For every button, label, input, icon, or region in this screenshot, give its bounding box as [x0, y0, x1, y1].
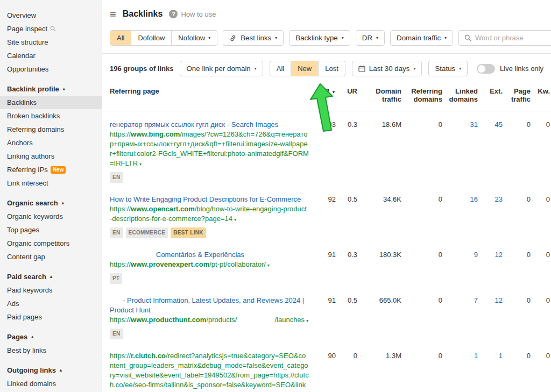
segment-all[interactable]: All	[110, 31, 131, 45]
column-kw[interactable]: Kw.	[531, 87, 550, 103]
sidebar-section-paid-search[interactable]: Paid search ▲	[0, 270, 102, 283]
referring-page-url[interactable]: https://www.bing.com/images/?cw=1263&ch=…	[110, 130, 309, 169]
referring-page-title[interactable]: - Product Information, Latest Updates, a…	[110, 296, 309, 315]
referring-page-title[interactable]: How to Write Engaging Product Descriptio…	[110, 195, 309, 204]
page-traffic-value: 0	[503, 250, 531, 284]
date-range-button[interactable]: Last 30 days ▾	[352, 61, 422, 76]
column-referring-page[interactable]: Referring page	[110, 87, 316, 103]
sidebar-item-paid-keywords[interactable]: Paid keywords	[0, 283, 102, 297]
link-icon	[229, 34, 237, 42]
linked-domains-value[interactable]: 9	[442, 250, 478, 284]
url-path: /launches	[274, 316, 305, 324]
search-input[interactable]	[475, 34, 546, 42]
url-domain: www.opencart.com	[131, 205, 195, 213]
segment-nofollow[interactable]: Nofollow ▾	[172, 31, 217, 45]
backlink-type-button[interactable]: Backlink type ▾	[289, 30, 350, 46]
column-page-traffic[interactable]: Page traffic	[503, 87, 531, 103]
linked-domains-value[interactable]: 16	[442, 195, 478, 238]
sidebar-section-pages[interactable]: Pages ▲	[0, 330, 102, 344]
results-toolbar: 196 groups of links One link per domain …	[102, 54, 551, 83]
linked-domains-value[interactable]: 31	[442, 120, 478, 183]
column-ext[interactable]: Ext.	[478, 87, 503, 103]
menu-icon[interactable]: ≡	[110, 9, 116, 19]
sidebar-item-label: Content gap	[7, 250, 45, 263]
referring-page-title[interactable]: генератор прямых ссылок гугл диск - Sear…	[110, 120, 309, 130]
sidebar-item-top-pages[interactable]: Top pages	[0, 223, 102, 237]
live-links-label: Live links only	[500, 65, 543, 73]
live-links-group: Live links only	[477, 64, 543, 74]
column-label: DR	[320, 87, 330, 95]
sidebar-item-calendar[interactable]: Calendar	[0, 49, 102, 62]
sidebar-item-organic-keywords[interactable]: Organic keywords	[0, 210, 102, 223]
segment-label: New	[298, 61, 312, 76]
group-mode-button[interactable]: One link per domain ▾	[180, 61, 263, 76]
referring-page-url[interactable]: https://r.clutch.co/redirect?analyticsjs…	[110, 351, 309, 392]
sidebar-item-ads[interactable]: Ads	[0, 297, 102, 310]
group-mode-label: One link per domain	[186, 65, 250, 73]
sidebar-section-outgoing-links[interactable]: Outgoing links ▲	[0, 364, 102, 377]
sidebar-item-opportunities[interactable]: Opportunities	[0, 62, 102, 76]
groups-count: 196 groups of links	[110, 65, 173, 73]
segment-new-links[interactable]: New	[291, 61, 319, 76]
sidebar-item-link-intersect[interactable]: Link intersect	[0, 176, 102, 190]
sidebar-item-label: Linking authors	[7, 149, 54, 163]
sidebar-item-broken-backlinks[interactable]: Broken backlinks	[0, 109, 102, 123]
sidebar-item-paid-pages[interactable]: Paid pages	[0, 310, 102, 324]
sidebar-item-label: Ads	[7, 297, 19, 310]
language-badge: PT	[110, 273, 122, 284]
sidebar-item-referring-domains[interactable]: Referring domains	[0, 123, 102, 136]
sidebar-item-label: Top pages	[7, 223, 39, 237]
sidebar-item-anchors[interactable]: Anchors	[0, 136, 102, 149]
sidebar-item-site-structure[interactable]: Site structure	[0, 35, 102, 49]
ext-value[interactable]: 45	[478, 120, 503, 183]
ext-value[interactable]: 23	[478, 195, 503, 238]
search-icon	[464, 34, 471, 41]
url-expand-caret-icon[interactable]: ▾	[267, 263, 270, 268]
sidebar-item-organic-competitors[interactable]: Organic competitors	[0, 237, 102, 250]
sidebar-section-organic-search[interactable]: Organic search ▲	[0, 196, 102, 210]
sidebar-item-linked-domains[interactable]: Linked domains	[0, 377, 102, 390]
column-linked-domains[interactable]: Linked domains	[442, 87, 478, 103]
sidebar-item-label: Referring domains	[7, 123, 64, 136]
sidebar-section-backlink-profile[interactable]: Backlink profile ▲	[0, 82, 102, 96]
status-button[interactable]: Status ▾	[428, 61, 468, 76]
sidebar-item-best-by-links[interactable]: Best by links	[0, 344, 102, 357]
page-traffic-value: 0	[503, 195, 531, 238]
sidebar-item-content-gap[interactable]: Content gap	[0, 250, 102, 263]
sidebar-item-referring-ips[interactable]: Referring IPs New	[0, 163, 102, 176]
referring-page-url[interactable]: https://www.provenexpert.com/pt-pt/colla…	[110, 260, 309, 270]
segment-label: Nofollow	[178, 31, 205, 45]
url-expand-caret-icon[interactable]: ▾	[139, 162, 142, 167]
referring-page-url[interactable]: https://www.opencart.com/blog/how-to-wri…	[110, 204, 309, 225]
live-links-toggle[interactable]	[477, 64, 495, 74]
ext-value[interactable]: 1	[478, 351, 503, 392]
best-links-button[interactable]: Best links ▾	[223, 30, 284, 46]
sidebar-item-backlinks[interactable]: Backlinks	[0, 96, 102, 109]
referring-page-url[interactable]: https://www.producthunt.com/products//la…	[110, 315, 309, 326]
dr-filter-button[interactable]: DR ▾	[356, 30, 385, 46]
chevron-down-icon: ▾	[413, 66, 415, 71]
segment-dofollow[interactable]: Dofollow	[131, 31, 172, 45]
segment-lost-links[interactable]: Lost	[319, 61, 345, 76]
search-box[interactable]	[458, 30, 551, 46]
column-domain-traffic[interactable]: Domain traffic	[357, 87, 401, 103]
sidebar-item-page-inspect[interactable]: Page inspect	[0, 22, 102, 35]
column-ur[interactable]: UR	[336, 87, 357, 103]
domain-traffic-value: 1.3M	[357, 351, 401, 392]
domain-traffic-button[interactable]: Domain traffic ▾	[390, 30, 453, 46]
referring-page-title[interactable]: Comentários & Experiências	[110, 250, 309, 260]
domain-traffic-value: 18.6M	[357, 120, 401, 183]
segment-all-links[interactable]: All	[270, 61, 291, 76]
how-to-use-link[interactable]: ? How to use	[169, 10, 216, 18]
linked-domains-value[interactable]: 1	[442, 351, 478, 392]
ext-value[interactable]: 12	[478, 250, 503, 284]
ext-value[interactable]: 12	[478, 296, 503, 339]
linked-domains-value[interactable]: 7	[442, 296, 478, 339]
column-referring-domains[interactable]: Referring domains	[401, 87, 442, 103]
column-dr[interactable]: DR ▼	[316, 87, 336, 103]
sidebar-item-linking-authors[interactable]: Linking authors	[0, 149, 102, 163]
sidebar-item-overview[interactable]: Overview	[0, 9, 102, 22]
url-prefix: https://	[110, 130, 131, 138]
url-expand-caret-icon[interactable]: ▾	[234, 217, 236, 222]
url-expand-caret-icon[interactable]: ▾	[306, 318, 308, 323]
